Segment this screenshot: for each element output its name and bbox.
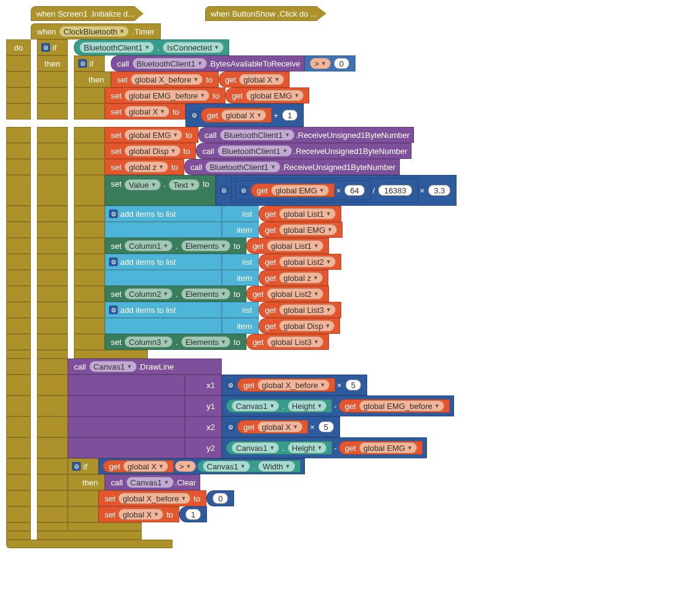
- bt-dropdown-2[interactable]: BluetoothClient1▼: [132, 58, 207, 69]
- var-x-2[interactable]: global X▼: [124, 106, 169, 117]
- var-emg-2[interactable]: global EMG▼: [124, 129, 182, 140]
- set-column2[interactable]: set Column2▼ . Elements▼ to: [105, 286, 246, 302]
- canvas-dd-5[interactable]: Canvas1▼: [126, 477, 174, 488]
- set-column3[interactable]: set Column3▼ . Elements▼ to: [105, 334, 246, 350]
- canvas-dd[interactable]: Canvas1▼: [89, 361, 137, 372]
- get-list2[interactable]: get global List2▼: [259, 254, 341, 270]
- get-x-4[interactable]: get global X▼: [103, 460, 174, 472]
- num-33[interactable]: 3.3: [428, 185, 450, 196]
- var-z-2[interactable]: global z▼: [279, 272, 323, 283]
- if-block-1[interactable]: ⚙if: [37, 39, 68, 55]
- bt-dd-5[interactable]: BluetoothClient1▼: [205, 161, 280, 172]
- bt-dd-4[interactable]: BluetoothClient1▼: [217, 145, 292, 156]
- col2-dd[interactable]: Column2▼: [124, 288, 172, 299]
- gear-icon[interactable]: ⚙: [190, 111, 198, 120]
- var-list3[interactable]: global List3▼: [279, 304, 336, 315]
- var-x-6[interactable]: global X▼: [118, 509, 163, 520]
- get-emg-3[interactable]: get global EMG▼: [259, 222, 343, 238]
- var-x-4[interactable]: global X▼: [258, 421, 302, 432]
- var-list1[interactable]: global List1▼: [279, 208, 336, 219]
- num-zero[interactable]: 0: [334, 58, 349, 69]
- isconnected-block[interactable]: BluetoothClient1▼ . IsConnected▼: [74, 39, 229, 55]
- additems-3[interactable]: ⚙ add items to list: [105, 302, 222, 318]
- height-dd[interactable]: Height▼: [288, 400, 327, 411]
- canvas-dd-2[interactable]: Canvas1▼: [232, 400, 279, 411]
- var-x-5[interactable]: global X▼: [123, 461, 168, 472]
- var-disp-2[interactable]: global Disp▼: [279, 320, 335, 331]
- var-emg-5[interactable]: global EMG▼: [359, 442, 417, 453]
- text-dd[interactable]: Text▼: [169, 179, 200, 190]
- gear-icon[interactable]: ⚙: [226, 423, 235, 431]
- height-dd-2[interactable]: Height▼: [288, 442, 327, 453]
- col1-dd[interactable]: Column1▼: [124, 240, 172, 251]
- additems-1[interactable]: ⚙ add items to list: [105, 206, 222, 222]
- compare-width[interactable]: get global X▼ >▼ Canvas1▼ . Width▼: [99, 458, 305, 474]
- additems-2[interactable]: ⚙ add items to list: [105, 254, 222, 270]
- call-recv-1[interactable]: call BluetoothClient1▼ .ReceiveUnsigned1…: [198, 127, 414, 143]
- math-inner-mul[interactable]: ⚙ get global EMG▼ × 64: [235, 180, 371, 200]
- var-xbefore-2[interactable]: global X_before▼: [258, 379, 330, 391]
- gt-dropdown[interactable]: >▼: [310, 58, 331, 69]
- var-z[interactable]: global z▼: [124, 161, 168, 172]
- get-list1[interactable]: get global List1▼: [259, 206, 341, 222]
- math-x1[interactable]: ⚙ get global X_before▼ × 5: [222, 375, 367, 395]
- value-dd[interactable]: Value▼: [124, 179, 160, 190]
- get-emg-1[interactable]: get global EMG▼: [225, 87, 309, 103]
- var-emg[interactable]: global EMG▼: [246, 90, 304, 101]
- var-list2[interactable]: global List2▼: [279, 256, 336, 267]
- get-x-1[interactable]: get global X▼: [219, 71, 290, 87]
- get-z[interactable]: get global z▼: [259, 270, 328, 286]
- bt-dd-3[interactable]: BluetoothClient1▼: [220, 129, 294, 140]
- math-add[interactable]: ⚙ get global X▼ + 1: [185, 103, 304, 127]
- gear-icon[interactable]: ⚙: [226, 381, 235, 389]
- var-x[interactable]: global X▼: [239, 74, 284, 85]
- get-x-2[interactable]: get global X▼: [201, 108, 272, 123]
- get-emg-2[interactable]: get global EMG▼: [251, 184, 335, 197]
- num-5a[interactable]: 5: [346, 379, 361, 391]
- gear-icon[interactable]: ⚙: [220, 186, 229, 195]
- canvas-width[interactable]: Canvas1▼ . Width▼: [197, 460, 301, 472]
- num-block-1[interactable]: 1: [179, 506, 207, 522]
- num-16383[interactable]: 16383: [378, 185, 412, 196]
- get-emg-4[interactable]: get global EMG▼: [339, 441, 423, 455]
- call-recv-3[interactable]: call BluetoothClient1▼ .ReceiveUnsigned1…: [184, 159, 400, 175]
- elements-dd-2[interactable]: Elements▼: [181, 288, 230, 299]
- call-drawline[interactable]: call Canvas1▼ .DrawLine: [68, 359, 222, 375]
- var-xbefore[interactable]: global X_before▼: [131, 74, 203, 85]
- num-one-2[interactable]: 1: [185, 509, 201, 520]
- collapsed-block-screen1-init[interactable]: when Screen1 .Initialize d...: [31, 6, 144, 21]
- canvas-dd-3[interactable]: Canvas1▼: [232, 442, 279, 453]
- gear-icon[interactable]: ⚙: [109, 257, 118, 266]
- canvas-dd-4[interactable]: Canvas1▼: [203, 461, 250, 472]
- get-x-3[interactable]: get global X▼: [237, 420, 308, 434]
- set-x[interactable]: set global X▼ to: [105, 103, 185, 120]
- var-list2-2[interactable]: global List2▼: [267, 288, 323, 299]
- get-list3-2[interactable]: get global List3▼: [246, 334, 329, 350]
- set-column1[interactable]: set Column1▼ . Elements▼ to: [105, 238, 246, 254]
- elements-dd-3[interactable]: Elements▼: [181, 336, 230, 347]
- canvas-height-1[interactable]: Canvas1▼ . Height▼: [226, 399, 332, 413]
- get-list2-2[interactable]: get global List2▼: [246, 286, 329, 302]
- num-one[interactable]: 1: [282, 110, 298, 121]
- isconnected-dropdown[interactable]: IsConnected▼: [163, 42, 224, 53]
- get-emgbefore[interactable]: get global EMG_before▼: [339, 399, 450, 413]
- elements-dd[interactable]: Elements▼: [181, 240, 230, 251]
- if-block-3[interactable]: ⚙if: [68, 458, 99, 474]
- var-x-3[interactable]: global X▼: [221, 110, 266, 121]
- get-list3[interactable]: get global List3▼: [259, 302, 341, 318]
- call-recv-2[interactable]: call BluetoothClient1▼ .ReceiveUnsigned1…: [196, 143, 412, 159]
- set-emg[interactable]: set global EMG▼ to: [105, 127, 198, 143]
- get-list1-2[interactable]: get global List1▼: [246, 238, 329, 254]
- call-bytesavail[interactable]: call BluetoothClient1▼ .BytesAvailableTo…: [111, 55, 304, 71]
- gt-dropdown-2[interactable]: >▼: [175, 461, 196, 472]
- set-value-text[interactable]: set Value▼ . Text▼ to: [105, 175, 216, 206]
- set-disp[interactable]: set global Disp▼ to: [105, 143, 196, 159]
- gear-icon[interactable]: ⚙: [72, 462, 81, 471]
- gear-icon[interactable]: ⚙: [240, 186, 248, 195]
- math-div[interactable]: ⚙ get global EMG▼ × 64 / 16383: [231, 178, 418, 203]
- var-list3-2[interactable]: global List3▼: [267, 336, 323, 347]
- clock-dropdown[interactable]: ClockBluetooth▼: [59, 26, 129, 37]
- var-disp[interactable]: global Disp▼: [124, 145, 180, 156]
- var-emgbefore-2[interactable]: global EMG_before▼: [359, 400, 444, 411]
- var-list1-2[interactable]: global List1▼: [267, 240, 323, 251]
